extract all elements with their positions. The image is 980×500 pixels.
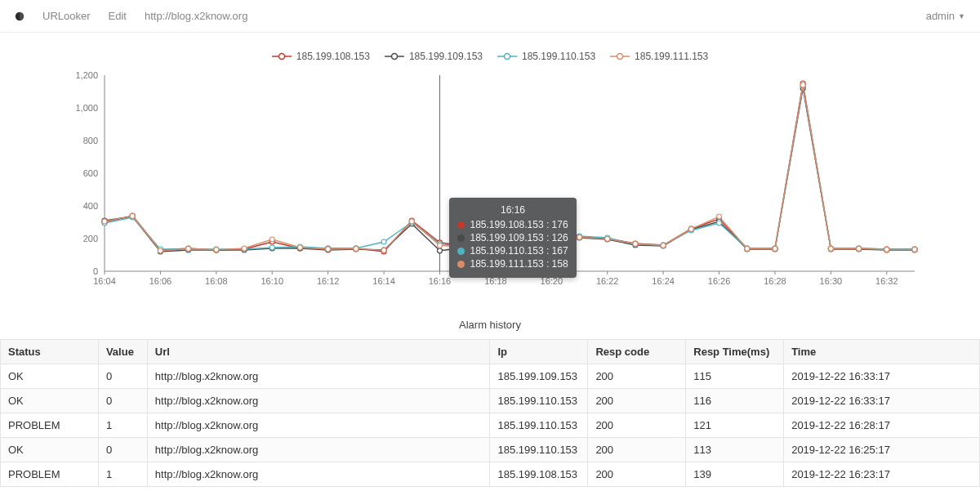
nav-app-name[interactable]: URLooker bbox=[42, 10, 91, 22]
legend-item[interactable]: 185.199.108.153 bbox=[272, 51, 370, 62]
chart-series-line bbox=[105, 83, 915, 252]
svg-point-148 bbox=[158, 248, 163, 253]
svg-text:400: 400 bbox=[83, 201, 98, 211]
alarm-cell-ip: 185.199.108.153 bbox=[490, 462, 588, 487]
nav-user-label: admin bbox=[926, 10, 955, 22]
svg-point-160 bbox=[493, 246, 498, 251]
alarm-header-cell: Value bbox=[98, 340, 147, 364]
alarm-header-cell: Ip bbox=[490, 340, 588, 364]
svg-point-138 bbox=[717, 221, 722, 225]
chart-series-line bbox=[105, 86, 915, 249]
alarm-cell-ip: 185.199.110.153 bbox=[490, 389, 588, 413]
svg-point-164 bbox=[605, 236, 610, 241]
svg-text:16:14: 16:14 bbox=[372, 276, 395, 286]
svg-point-126 bbox=[381, 239, 386, 244]
alarm-cell-status: PROBLEM bbox=[1, 413, 99, 438]
alarm-cell-resp_code: 200 bbox=[588, 413, 686, 438]
chart-plot[interactable]: 02004006008001,0001,20016:0416:0616:0816… bbox=[57, 67, 923, 296]
svg-point-156 bbox=[381, 248, 386, 252]
svg-point-165 bbox=[633, 241, 638, 246]
svg-text:16:26: 16:26 bbox=[708, 276, 731, 286]
svg-text:16:30: 16:30 bbox=[820, 276, 843, 286]
alarm-cell-resp_code: 200 bbox=[588, 462, 686, 487]
svg-text:16:24: 16:24 bbox=[652, 276, 675, 286]
alarm-cell-url: http://blog.x2know.org bbox=[147, 462, 490, 487]
navbar: URLooker Edit http://blog.x2know.org adm… bbox=[0, 0, 980, 33]
alarm-header-cell: Resp code bbox=[588, 340, 686, 364]
legend-item[interactable]: 185.199.109.153 bbox=[385, 51, 483, 62]
svg-point-170 bbox=[773, 246, 777, 251]
nav-url-link[interactable]: http://blog.x2know.org bbox=[145, 10, 247, 22]
alarm-cell-time: 2019-12-22 16:23:17 bbox=[784, 462, 980, 487]
alarm-history-title: Alarm history bbox=[0, 319, 980, 331]
alarm-cell-resp_code: 200 bbox=[588, 389, 686, 413]
legend-marker-icon bbox=[385, 52, 404, 60]
app-logo-icon[interactable] bbox=[15, 11, 24, 21]
svg-point-147 bbox=[130, 213, 135, 218]
svg-point-98 bbox=[437, 248, 442, 253]
svg-point-151 bbox=[242, 246, 247, 251]
svg-text:16:18: 16:18 bbox=[484, 276, 507, 286]
legend-marker-icon bbox=[610, 52, 630, 60]
alarm-cell-value: 0 bbox=[98, 438, 147, 462]
legend-item[interactable]: 185.199.110.153 bbox=[497, 51, 595, 62]
svg-point-150 bbox=[214, 248, 219, 252]
svg-text:16:22: 16:22 bbox=[596, 276, 619, 286]
svg-point-4 bbox=[391, 54, 397, 60]
svg-point-122 bbox=[270, 245, 274, 250]
legend-marker-icon bbox=[497, 52, 517, 60]
svg-text:0: 0 bbox=[93, 266, 98, 276]
alarm-cell-resp_time: 115 bbox=[686, 364, 784, 389]
alarm-cell-time: 2019-12-22 16:33:17 bbox=[784, 364, 980, 389]
alarm-cell-resp_code: 200 bbox=[588, 364, 686, 389]
svg-text:16:20: 16:20 bbox=[541, 276, 564, 286]
nav-user-menu[interactable]: admin ▼ bbox=[926, 10, 965, 22]
legend-label: 185.199.109.153 bbox=[409, 51, 483, 62]
svg-point-157 bbox=[409, 219, 414, 224]
chart-series-line bbox=[105, 88, 915, 252]
svg-point-175 bbox=[912, 247, 917, 252]
legend-item[interactable]: 185.199.111.153 bbox=[610, 51, 708, 62]
chart-legend: 185.199.108.153185.199.109.153185.199.11… bbox=[57, 41, 923, 67]
alarm-cell-value: 1 bbox=[98, 413, 147, 438]
chart-series-line bbox=[105, 85, 915, 251]
svg-text:600: 600 bbox=[83, 168, 98, 178]
svg-text:16:12: 16:12 bbox=[317, 276, 340, 286]
svg-point-162 bbox=[549, 222, 554, 227]
svg-point-172 bbox=[828, 246, 833, 251]
svg-text:16:10: 16:10 bbox=[261, 276, 283, 286]
svg-point-173 bbox=[857, 246, 862, 251]
svg-point-8 bbox=[617, 54, 623, 60]
svg-point-171 bbox=[800, 83, 805, 87]
svg-point-163 bbox=[577, 234, 582, 239]
nav-edit-link[interactable]: Edit bbox=[109, 10, 127, 22]
alarm-cell-url: http://blog.x2know.org bbox=[147, 389, 490, 413]
svg-point-149 bbox=[186, 246, 191, 251]
alarm-cell-resp_time: 121 bbox=[686, 413, 784, 438]
alarm-cell-time: 2019-12-22 16:28:17 bbox=[784, 413, 980, 438]
svg-point-159 bbox=[466, 244, 470, 249]
table-row: PROBLEM1http://blog.x2know.org185.199.10… bbox=[1, 462, 980, 487]
table-row: OK0http://blog.x2know.org185.199.109.153… bbox=[1, 364, 980, 389]
svg-text:16:16: 16:16 bbox=[429, 276, 452, 286]
table-row: OK0http://blog.x2know.org185.199.110.153… bbox=[1, 438, 980, 462]
alarm-table-body: OK0http://blog.x2know.org185.199.109.153… bbox=[1, 364, 980, 487]
alarm-cell-time: 2019-12-22 16:25:17 bbox=[784, 438, 980, 462]
alarm-cell-url: http://blog.x2know.org bbox=[147, 364, 490, 389]
alarm-header-cell: Resp Time(ms) bbox=[686, 340, 784, 364]
caret-down-icon: ▼ bbox=[958, 12, 965, 20]
alarm-cell-url: http://blog.x2know.org bbox=[147, 438, 490, 462]
svg-text:16:28: 16:28 bbox=[764, 276, 786, 286]
alarm-cell-resp_time: 116 bbox=[686, 389, 784, 413]
svg-point-154 bbox=[326, 247, 331, 252]
alarm-table-head: StatusValueUrlIpResp codeResp Time(ms)Ti… bbox=[1, 340, 980, 364]
svg-point-166 bbox=[661, 243, 666, 248]
alarm-cell-ip: 185.199.109.153 bbox=[490, 364, 588, 389]
alarm-cell-resp_time: 139 bbox=[686, 462, 784, 487]
alarm-cell-value: 0 bbox=[98, 364, 147, 389]
alarm-cell-url: http://blog.x2know.org bbox=[147, 413, 490, 438]
svg-point-161 bbox=[521, 246, 526, 251]
alarm-cell-value: 1 bbox=[98, 462, 147, 487]
legend-label: 185.199.110.153 bbox=[522, 51, 595, 62]
svg-point-167 bbox=[688, 226, 693, 231]
